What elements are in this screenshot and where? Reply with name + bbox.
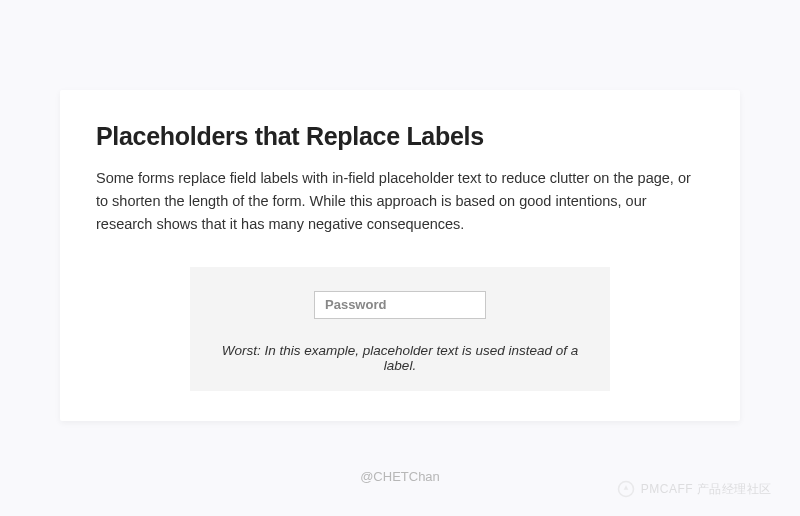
example-box: Worst: In this example, placeholder text… (190, 267, 610, 391)
article-body: Some forms replace field labels with in-… (96, 167, 704, 237)
article-title: Placeholders that Replace Labels (96, 122, 704, 151)
watermark: PMCAFF 产品经理社区 (617, 480, 772, 498)
example-caption: Worst: In this example, placeholder text… (210, 343, 590, 373)
password-input[interactable] (314, 291, 486, 319)
pmcaff-logo-icon (617, 480, 635, 498)
watermark-text: PMCAFF 产品经理社区 (641, 481, 772, 498)
article-card: Placeholders that Replace Labels Some fo… (60, 90, 740, 421)
